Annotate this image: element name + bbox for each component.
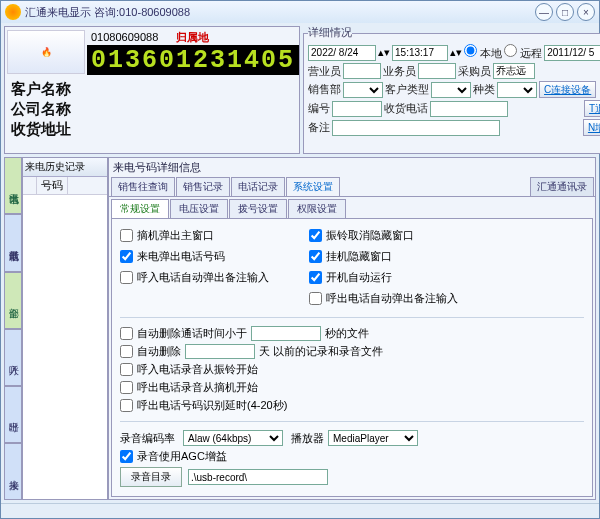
vtab-today[interactable]: 当天电话 <box>4 157 22 214</box>
history-col0 <box>23 177 37 194</box>
company-name-label: 公司名称 <box>11 99 293 119</box>
player-select[interactable]: MediaPlayer <box>328 430 418 446</box>
vtab-all[interactable]: 全部 <box>4 272 22 329</box>
chk-popup-phone[interactable]: 来电弹出电话号码 <box>120 249 269 264</box>
history-panel: 来电历史记录 号码 <box>22 157 108 500</box>
history-list[interactable] <box>23 195 107 499</box>
htab-sales-rec[interactable]: 销售记录 <box>176 177 230 196</box>
add-button[interactable]: N增加 <box>583 119 600 136</box>
subtab-voltage[interactable]: 电压设置 <box>170 199 228 218</box>
type-select[interactable] <box>431 82 471 98</box>
vertical-tabs: 当天电话 最新电话 全部 呼入 呼出 未接 <box>4 157 22 500</box>
id-input[interactable] <box>332 101 382 117</box>
player-label: 播放器 <box>291 431 324 446</box>
vtab-out[interactable]: 呼出 <box>4 386 22 443</box>
htab-sys-settings[interactable]: 系统设置 <box>286 177 340 196</box>
clerk-input[interactable] <box>418 63 456 79</box>
chk-hang-hide[interactable]: 挂机隐藏窗口 <box>309 249 458 264</box>
sales-input[interactable] <box>343 63 381 79</box>
date2-input[interactable] <box>544 45 600 61</box>
chk-rec-in-ring[interactable]: 呼入电话录音从振铃开始 <box>120 362 584 377</box>
chk-out-remark[interactable]: 呼出电话自动弹出备注输入 <box>309 291 458 306</box>
maximize-button[interactable]: □ <box>556 3 574 21</box>
history-col1[interactable]: 号码 <box>37 177 68 194</box>
local-radio[interactable]: 本地 <box>464 44 502 61</box>
logo: 🔥 <box>7 30 85 74</box>
codec-label: 录音编码率 <box>120 431 175 446</box>
main-title: 来电号码详细信息 <box>109 158 595 177</box>
chk-autodel-day[interactable]: 自动删除天 以前的记录和录音文件 <box>120 344 584 359</box>
exit-button[interactable]: T退出 <box>584 100 600 117</box>
status-bar <box>1 503 599 518</box>
codec-select[interactable]: Alaw (64kbps) <box>183 430 283 446</box>
buyer-input[interactable] <box>493 63 535 79</box>
recv-phone-input[interactable] <box>430 101 508 117</box>
window-title: 汇通来电显示 咨询:010-80609088 <box>25 5 532 20</box>
vtab-missed[interactable]: 未接 <box>4 443 22 500</box>
subtab-general[interactable]: 常规设置 <box>111 199 169 218</box>
remark-input[interactable] <box>332 120 500 136</box>
connect-button[interactable]: C连接设备 <box>539 81 596 98</box>
subtab-dial[interactable]: 拨号设置 <box>229 199 287 218</box>
chk-in-remark[interactable]: 呼入电话自动弹出备注输入 <box>120 270 269 285</box>
htab-call-rec[interactable]: 电话记录 <box>231 177 285 196</box>
subtab-perm[interactable]: 权限设置 <box>288 199 346 218</box>
detail-legend: 详细情况 <box>308 25 352 40</box>
title-bar: 汇通来电显示 咨询:010-80609088 — □ × <box>1 1 599 23</box>
address-label: 收货地址 <box>11 119 293 139</box>
htab-sales-query[interactable]: 销售往查询 <box>111 177 175 196</box>
htab-contacts[interactable]: 汇通通讯录 <box>530 177 594 196</box>
small-phone: 01080609088 <box>87 31 158 43</box>
vtab-in[interactable]: 呼入 <box>4 329 22 386</box>
close-button[interactable]: × <box>577 3 595 21</box>
date-input[interactable] <box>308 45 376 61</box>
app-icon <box>5 4 21 20</box>
time-input[interactable] <box>392 45 448 61</box>
main-panel: 来电号码详细信息 销售往查询 销售记录 电话记录 系统设置 汇通通讯录 常规设置… <box>108 157 596 500</box>
autodel-sec-input[interactable] <box>251 326 321 341</box>
dept-select[interactable] <box>343 82 383 98</box>
chk-rec-out-hook[interactable]: 呼出电话录音从摘机开始 <box>120 380 584 395</box>
customer-name-label: 客户名称 <box>11 79 293 99</box>
spin-icon[interactable]: ▴▾ <box>378 46 390 59</box>
settings-pane: 摘机弹出主窗口 来电弹出电话号码 呼入电话自动弹出备注输入 振铃取消隐藏窗口 挂… <box>111 218 593 497</box>
recdir-input[interactable] <box>188 469 328 485</box>
led-display: 013601231405 <box>87 45 299 75</box>
autodel-day-input[interactable] <box>185 344 255 359</box>
detail-panel: 详细情况 ▴▾ ▴▾ 本地 远程 ▴▾ 营业员 业务员 采购员 <box>303 26 600 154</box>
kind-select[interactable] <box>497 82 537 98</box>
vtab-latest[interactable]: 最新电话 <box>4 214 22 271</box>
minimize-button[interactable]: — <box>535 3 553 21</box>
spin-icon[interactable]: ▴▾ <box>450 46 462 59</box>
remote-radio[interactable]: 远程 <box>504 44 542 61</box>
chk-popup-main[interactable]: 摘机弹出主窗口 <box>120 228 269 243</box>
recdir-button[interactable]: 录音目录 <box>120 467 182 487</box>
chk-out-delay[interactable]: 呼出电话号码识别延时(4-20秒) <box>120 398 584 413</box>
location-label: 归属地 <box>176 30 209 45</box>
chk-agc[interactable]: 录音使用AGC增益 <box>120 449 584 464</box>
history-title: 来电历史记录 <box>23 158 107 177</box>
chk-autorun[interactable]: 开机自动运行 <box>309 270 458 285</box>
chk-ring-unhide[interactable]: 振铃取消隐藏窗口 <box>309 228 458 243</box>
caller-panel: 🔥 01080609088 归属地 013601231405 客户名称 公司名称… <box>4 26 300 154</box>
chk-autodel-sec[interactable]: 自动删除通话时间小于秒的文件 <box>120 326 584 341</box>
